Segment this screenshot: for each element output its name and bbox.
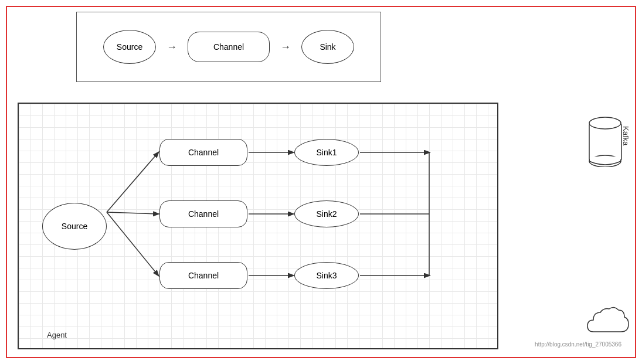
kafka-label: Kafka [621, 126, 630, 145]
cloud-container [585, 300, 631, 341]
sink1-label: Sink1 [316, 148, 337, 157]
top-source-label: Source [117, 42, 142, 52]
bottom-source-label: Source [62, 222, 87, 231]
channel3-label: Channel [188, 271, 219, 280]
top-diagram: Source → Channel → Sink [76, 12, 381, 82]
arrow-2: → [280, 41, 291, 53]
watermark: http://blog.csdn.net/tig_27005366 [535, 341, 621, 348]
svg-point-11 [589, 117, 621, 129]
channel3-box: Channel [159, 262, 247, 289]
svg-rect-13 [590, 157, 620, 162]
top-sink-label: Sink [320, 42, 335, 52]
bottom-source-ellipse: Source [42, 203, 107, 250]
channel1-label: Channel [188, 148, 219, 157]
kafka-container [583, 114, 627, 173]
top-source-ellipse: Source [103, 30, 156, 64]
channel2-label: Channel [188, 209, 219, 219]
bottom-diagram: Source Agent Channel Channel Channel Sin… [18, 103, 498, 349]
svg-line-0 [107, 152, 158, 212]
bottom-content: Source Agent Channel Channel Channel Sin… [19, 104, 497, 348]
sink2-label: Sink2 [316, 209, 337, 219]
sink3-ellipse: Sink3 [294, 262, 359, 289]
channel2-box: Channel [159, 200, 247, 227]
cloud-svg [585, 300, 631, 341]
top-sink-ellipse: Sink [301, 30, 354, 64]
sink1-ellipse: Sink1 [294, 139, 359, 166]
sink3-label: Sink3 [316, 271, 337, 280]
svg-line-1 [107, 212, 158, 214]
sink2-ellipse: Sink2 [294, 200, 359, 227]
svg-line-2 [107, 212, 158, 275]
top-channel-box: Channel [188, 32, 270, 62]
kafka-cylinder-svg [586, 114, 624, 167]
top-channel-label: Channel [213, 42, 244, 52]
arrow-1: → [167, 41, 177, 53]
channel1-box: Channel [159, 139, 247, 166]
agent-label: Agent [47, 331, 67, 339]
